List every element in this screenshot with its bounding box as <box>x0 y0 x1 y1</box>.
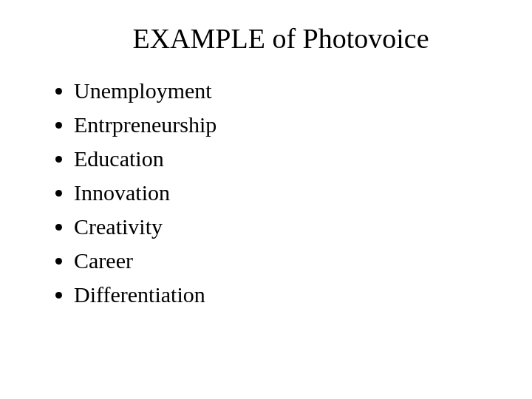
bullet-list: UnemploymentEntrpreneurshipEducationInno… <box>44 75 502 310</box>
slide-title: EXAMPLE of Photovoice <box>44 22 502 55</box>
bullet-item-1: Unemployment <box>74 75 502 106</box>
bullet-item-6: Career <box>74 245 502 276</box>
slide-container: EXAMPLE of Photovoice UnemploymentEntrpr… <box>0 0 532 399</box>
bullet-item-7: Differentiation <box>74 279 502 310</box>
bullet-item-2: Entrpreneurship <box>74 109 502 140</box>
bullet-item-4: Innovation <box>74 177 502 208</box>
bullet-item-3: Education <box>74 143 502 174</box>
bullet-item-5: Creativity <box>74 211 502 242</box>
